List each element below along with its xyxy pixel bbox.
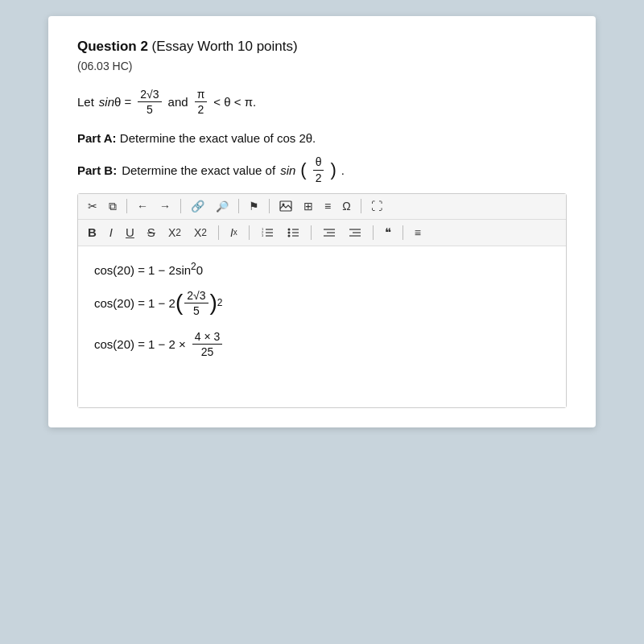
cut-button[interactable]: ✂ [85,198,101,214]
line1-text: cos(20) = 1 − 2sin20 [94,261,203,277]
search-button[interactable]: 🔎 [213,199,232,214]
and-word: and [168,95,188,109]
part-b-bold: Part B: [77,163,117,177]
part-a-bold: Part A: [77,131,117,145]
period: . [341,163,345,177]
line2-open-paren: ( [175,291,183,314]
editor-line1: cos(20) = 1 − 2sin20 [94,261,550,277]
theta-numer: θ [313,155,324,170]
editor-line3: cos(20) = 1 − 2 × 4 × 3 25 [94,329,550,359]
sep10 [402,225,403,240]
sin-fraction: 2√3 5 [138,87,161,117]
part-a-label: Part A: Determine the exact value of cos… [77,131,567,145]
part-a-text: Determine the exact value of cos 2θ. [120,131,316,145]
inequality-text: < θ < π. [213,95,256,109]
subscript-button[interactable]: X2 [165,225,184,241]
question-points: (Essay Worth 10 points) [152,39,298,54]
sin-numer: 2√3 [138,87,161,102]
superscript-button[interactable]: X2 [191,225,210,241]
svg-point-10 [287,234,290,237]
list-ordered-button[interactable]: 123 [258,225,277,240]
italic-button[interactable]: I [106,224,116,241]
line3-denom: 25 [199,345,217,359]
sep1 [126,199,127,213]
line2-exp: 2 [217,297,223,308]
question-header: Question 2 (Essay Worth 10 points) [77,39,567,55]
sin-label: sinθ = [99,95,131,109]
math-intro-line: Let sinθ = 2√3 5 and π 2 < θ < π. [77,87,567,117]
copy-button[interactable]: ⧉ [105,198,120,215]
svg-point-9 [287,231,290,233]
line2-prefix: cos(20) = 1 − 2 [94,296,175,310]
indent-increase-button[interactable] [345,225,365,240]
pi-fraction: π 2 [195,87,208,117]
toolbar-row2: B I U S X2 X2 Ix 123 ❝ ≡ [78,220,566,246]
image-button[interactable] [276,199,295,213]
undo-button[interactable]: ← [134,198,151,214]
expand-button[interactable]: ⛶ [368,198,386,214]
line3-numer: 4 × 3 [192,329,223,345]
sep4 [269,199,270,213]
let-label: Let [77,95,94,109]
line3-fraction: 4 × 3 25 [192,329,223,359]
page-container: Question 2 (Essay Worth 10 points) (06.0… [48,16,596,427]
editor-content[interactable]: cos(20) = 1 − 2sin20 cos(20) = 1 − 2 ( 2… [78,246,566,407]
line3-prefix: cos(20) = 1 − 2 × [94,337,186,351]
svg-rect-0 [280,201,291,211]
sep7 [249,225,250,240]
line2-close-paren: ) [210,291,217,314]
flag-button[interactable]: ⚑ [246,198,262,214]
big-paren-close: ) [330,161,336,179]
question-title: Question 2 [77,39,148,54]
editor-area: ✂ ⧉ ← → 🔗 🔎 ⚑ ⊞ ≡ Ω ⛶ B I U S X2 [77,193,567,408]
sep3 [238,199,239,213]
half-denom: 2 [313,171,324,185]
sep2 [180,199,181,213]
sep8 [311,225,312,240]
align-button[interactable]: ≡ [321,198,334,214]
pi-denom: 2 [196,102,207,117]
big-paren-open: ( [300,161,306,179]
sin-half-fraction: θ 2 [313,155,324,184]
sep6 [218,225,219,240]
table-button[interactable]: ⊞ [300,198,316,214]
sep5 [361,199,361,213]
link-button[interactable]: 🔗 [188,198,208,214]
svg-point-8 [287,228,290,230]
part-b-text: Determine the exact value of [122,163,275,177]
clear-format-button[interactable]: Ix [227,225,241,241]
svg-text:3: 3 [262,233,264,237]
list-unordered-button[interactable] [283,225,303,240]
omega-button[interactable]: Ω [339,198,353,214]
line2-fraction: 2√3 5 [184,288,208,318]
sin-denom: 5 [144,102,155,117]
line2-denom: 5 [191,303,202,318]
blockquote-button[interactable]: ❝ [382,224,394,242]
part-b-sin: sin [280,163,295,177]
pi-numer: π [195,87,208,102]
question-sub: (06.03 HC) [77,60,567,72]
line2-numer: 2√3 [184,288,208,303]
toolbar-row1: ✂ ⧉ ← → 🔗 🔎 ⚑ ⊞ ≡ Ω ⛶ [78,194,566,220]
more-button[interactable]: ≡ [411,225,424,241]
bold-button[interactable]: B [85,224,100,241]
part-b-label: Part B: Determine the exact value of sin… [77,155,567,184]
underline-button[interactable]: U [122,224,138,241]
redo-button[interactable]: → [156,198,174,214]
indent-decrease-button[interactable] [320,225,339,240]
sep9 [373,225,374,240]
editor-line2: cos(20) = 1 − 2 ( 2√3 5 ) 2 [94,288,550,318]
strikethrough-button[interactable]: S [144,224,159,241]
